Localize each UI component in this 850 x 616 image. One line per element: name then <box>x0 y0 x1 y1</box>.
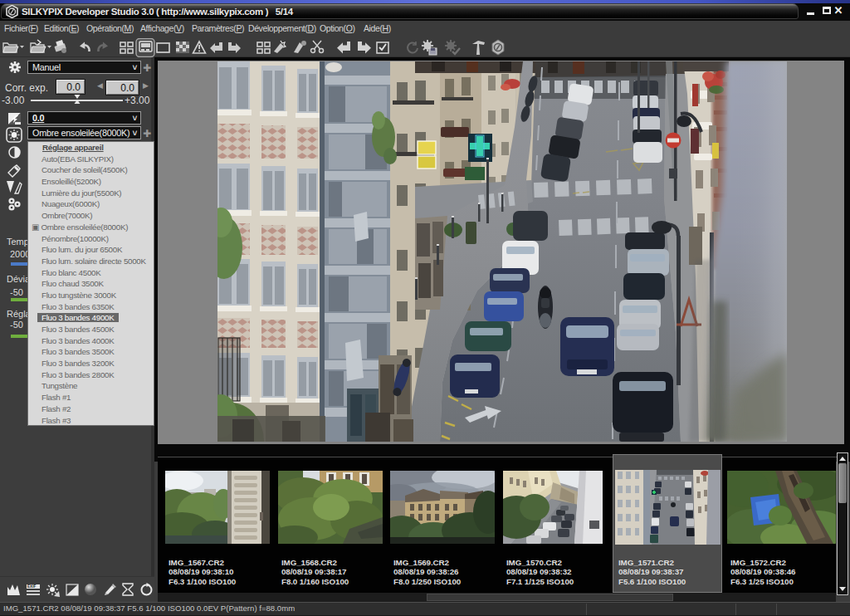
svg-text:EXIF: EXIF <box>27 584 36 589</box>
